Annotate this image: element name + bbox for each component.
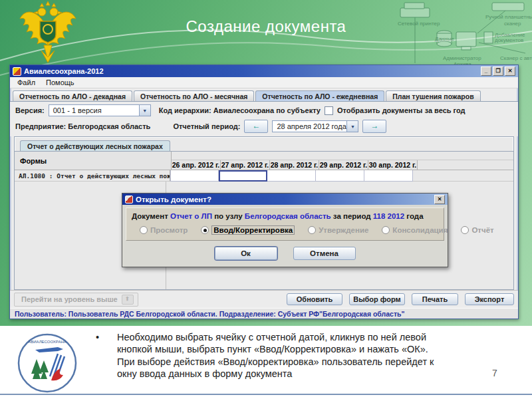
watermark-label-data: Данные xyxy=(435,36,454,42)
avialesookhrana-logo: АВИАЛЕСООХРАНА xyxy=(17,332,78,394)
previous-period-button[interactable]: ← xyxy=(244,120,268,133)
status-bar: Пользователь: Пользователь РДС Белгородс… xyxy=(10,308,518,319)
chevron-down-icon[interactable]: ▼ xyxy=(139,105,150,116)
dialog-titlebar[interactable]: Открыть документ? ✕ xyxy=(122,194,448,205)
grid-header: Формы 26 апр. 2012 г. 27 апр. 2012 г. 28… xyxy=(15,152,513,170)
minimize-icon[interactable]: _ xyxy=(481,66,491,76)
watermark-label-admin-1: Администратор xyxy=(443,55,481,61)
toolbar-row-2: Предприятие: Белгородская область Отчетн… xyxy=(10,118,518,136)
date-column-header: 30 апр. 2012 г. xyxy=(368,160,418,170)
header-filler xyxy=(418,160,513,170)
up-folder-icon: ⬆ xyxy=(122,295,134,305)
form-select-button[interactable]: Выбор форм xyxy=(349,293,405,305)
document-cell[interactable] xyxy=(170,170,219,182)
period-link: 118 2012 xyxy=(373,212,404,220)
tab-fire-plan[interactable]: План тушения пожаров xyxy=(386,90,480,101)
chevron-down-icon[interactable]: ▼ xyxy=(346,121,358,132)
dialog-buttons: Ок Отмена xyxy=(122,241,448,267)
period-value: 28 апреля 2012 года xyxy=(273,122,346,130)
date-header-row: 26 апр. 2012 г. 27 апр. 2012 г. 28 апр. … xyxy=(172,160,513,170)
radio-consolidation: Консолидация xyxy=(382,225,448,235)
dialog-panel: Документ Отчет о ЛП по узлу Белгородская… xyxy=(126,207,444,241)
table-row: АЛ.1080 : Отчет о действующих лесных пож… xyxy=(15,170,513,182)
inner-tabs: Отчет о действующих лесных пожарах xyxy=(15,137,513,151)
version-value: 001 - 1 версия xyxy=(49,106,139,114)
footer-divider xyxy=(0,394,532,395)
toolbar-row-1: Версия: 001 - 1 версия ▼ Код иерархии: А… xyxy=(10,102,518,118)
tab-active-forest-fires[interactable]: Отчет о действующих лесных пожарах xyxy=(20,140,170,151)
maximize-icon[interactable]: ❐ xyxy=(493,66,503,76)
open-document-dialog: Открыть документ? ✕ Документ Отчет о ЛП … xyxy=(122,193,448,267)
radio-input-correction[interactable]: Ввод/Корректировка xyxy=(201,225,295,235)
bullet-item: • Необходимо выбрать ячейку с отчетной д… xyxy=(94,331,444,380)
radio-icon xyxy=(140,226,148,234)
bottom-button-bar: Перейти на уровень выше ⬆ Обновить Выбор… xyxy=(10,290,518,308)
bullet-text: Необходимо выбрать ячейку с отчетной дат… xyxy=(117,331,444,380)
slide-title: Создание документа xyxy=(0,17,532,36)
close-icon[interactable]: ✕ xyxy=(505,66,515,76)
up-level-button[interactable]: Перейти на уровень выше ⬆ xyxy=(14,293,138,307)
dialog-icon xyxy=(125,196,133,203)
show-all-checkbox[interactable] xyxy=(325,106,333,115)
radio-selected-icon xyxy=(201,226,209,234)
document-cell[interactable] xyxy=(316,170,364,182)
period-label: Отчетный период: xyxy=(173,122,240,130)
row-filler xyxy=(413,170,513,182)
logo-text: АВИАЛЕСООХРАНА xyxy=(28,340,66,344)
app-window-icon xyxy=(13,67,21,76)
date-column-header: 29 апр. 2012 г. xyxy=(319,160,368,170)
dialog-title: Открыть документ? xyxy=(136,196,211,203)
radio-icon xyxy=(382,226,390,234)
slide: Сетевой принтер Ручной планшетный сканер… xyxy=(0,0,532,399)
node-link: Белгородская область xyxy=(245,212,331,220)
form-row-label[interactable]: АЛ.1080 : Отчет о действующих лесных пож… xyxy=(15,170,170,182)
radio-icon xyxy=(461,226,469,234)
close-icon[interactable]: ✕ xyxy=(434,195,445,204)
hierarchy-label: Код иерархии: Авиалесоохрана по субъекту xyxy=(159,106,321,114)
watermark-label-scanner-bottom: Сканер с авто xyxy=(500,55,532,61)
window-titlebar[interactable]: Авиалесоохрана-2012 _ ❐ ✕ xyxy=(10,65,518,77)
action-radio-group: Просмотр Ввод/Корректировка Утверждение … xyxy=(132,225,438,235)
version-select[interactable]: 001 - 1 версия ▼ xyxy=(49,104,151,116)
page-number: 7 xyxy=(492,368,497,378)
menu-help[interactable]: Помощь xyxy=(41,78,79,87)
next-period-button[interactable]: → xyxy=(362,120,386,133)
message-part: года xyxy=(404,212,423,220)
radio-approval: Утверждение xyxy=(308,225,368,235)
forms-column-header: Формы xyxy=(15,152,172,170)
print-button[interactable]: Печать xyxy=(412,293,458,305)
watermark-label-add-docs-2: документов xyxy=(495,37,523,43)
window-title: Авиалесоохрана-2012 xyxy=(24,67,104,75)
ok-button[interactable]: Ок xyxy=(215,247,277,260)
document-cell[interactable] xyxy=(267,170,316,182)
date-column-header: 28 апр. 2012 г. xyxy=(270,160,319,170)
document-cell[interactable] xyxy=(364,170,413,182)
menu-file[interactable]: Файл xyxy=(13,78,40,87)
cancel-button[interactable]: Отмена xyxy=(293,247,356,260)
export-button[interactable]: Экспорт xyxy=(465,293,514,305)
message-part: Документ xyxy=(132,212,170,220)
dialog-message: Документ Отчет о ЛП по узлу Белгородская… xyxy=(132,212,438,220)
document-link: Отчет о ЛП xyxy=(170,212,212,220)
tab-alo-daily[interactable]: Отчетность по АЛО - ежедневная xyxy=(255,90,384,101)
message-part: за период xyxy=(331,212,373,220)
menu-bar: Файл Помощь xyxy=(10,77,518,88)
radio-view: Просмотр xyxy=(140,225,188,235)
message-part: по узлу xyxy=(212,212,245,220)
version-label: Версия: xyxy=(15,106,45,114)
tab-alo-decade[interactable]: Отчетность по АЛО - декадная xyxy=(13,90,132,101)
bullet-icon: • xyxy=(94,331,117,380)
radio-report: Отчёт xyxy=(461,225,493,235)
show-all-label: Отобразить документы за весь год xyxy=(337,106,466,114)
main-tabs: Отчетность по АЛО - декадная Отчетность … xyxy=(10,88,518,102)
date-column-header: 27 апр. 2012 г. xyxy=(221,160,270,170)
enterprise-label: Предприятие: Белгородская область xyxy=(15,122,150,130)
up-level-label: Перейти на уровень выше xyxy=(21,295,118,303)
header-strip xyxy=(172,152,513,160)
radio-icon xyxy=(308,226,316,234)
refresh-button[interactable]: Обновить xyxy=(287,293,342,305)
period-select[interactable]: 28 апреля 2012 года ▼ xyxy=(272,120,358,132)
document-cell-selected[interactable] xyxy=(219,170,267,182)
date-column-header: 26 апр. 2012 г. xyxy=(172,160,221,170)
tab-alo-monthly[interactable]: Отчетность по АЛО - месячная xyxy=(134,90,254,101)
